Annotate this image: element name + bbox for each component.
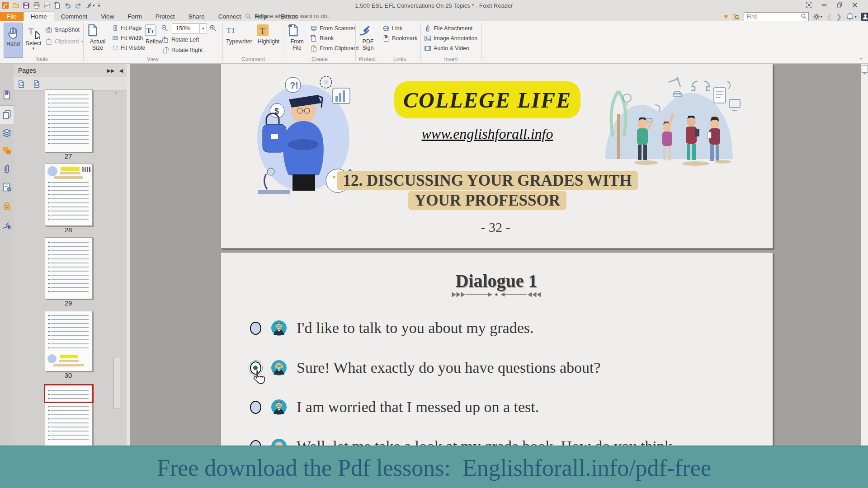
zoom-in-icon[interactable] [209, 24, 217, 32]
students-group-illustration [601, 73, 742, 168]
tab-form[interactable]: Form [121, 12, 149, 21]
favorites-heart-icon[interactable]: ♥ [724, 13, 728, 20]
account-avatar[interactable]: ▾ [861, 13, 868, 21]
sidebar-scroll-up-icon[interactable]: ⌃ [114, 91, 118, 97]
signature-panel-icon[interactable] [2, 219, 12, 231]
group-label-links: Links [379, 56, 420, 62]
comments-panel-icon[interactable] [2, 145, 12, 157]
file-attachment-button[interactable]: File Attachment [424, 25, 472, 32]
from-file-button[interactable]: From File [287, 23, 307, 51]
fit-width-button[interactable]: Fit Width [112, 35, 143, 41]
attachments-panel-icon[interactable] [2, 163, 12, 175]
digital-signatures-panel-icon[interactable] [2, 181, 12, 193]
svg-text:T: T [151, 28, 155, 34]
actual-size-button[interactable]: Actual Size [86, 23, 109, 51]
film-icon [424, 45, 431, 52]
tell-me-box[interactable]: Tell me what you want to do.. [245, 13, 330, 19]
zoom-dropdown-icon[interactable]: ▾ [199, 24, 207, 33]
group-label-create: Create [284, 56, 355, 62]
document-scrollbar-thumb[interactable] [862, 65, 868, 73]
group-label-insert: Insert [420, 56, 481, 62]
forward-icon[interactable]: ❯ [836, 13, 842, 21]
image-icon [424, 35, 431, 42]
pages-panel-icon[interactable] [0, 105, 14, 124]
scroll-up-icon[interactable]: ⌃ [861, 72, 868, 78]
group-divider [284, 23, 284, 61]
reduce-thumbnails-icon[interactable] [33, 80, 41, 88]
fit-visible-button[interactable]: Fit Visible [112, 45, 145, 51]
zoom-out-icon[interactable] [161, 24, 168, 32]
find-input[interactable] [744, 12, 809, 21]
page-thumbnail-28[interactable] [45, 164, 93, 226]
restore-icon[interactable] [836, 2, 843, 8]
enlarge-thumbnails-icon[interactable] [17, 80, 25, 88]
from-scanner-button[interactable]: From Scanner [310, 25, 355, 32]
panel-splitter[interactable] [127, 64, 130, 446]
find-field-wrap [744, 12, 809, 21]
select-tool-button[interactable]: T Select ▾ [24, 23, 43, 60]
pdf-sign-icon [358, 23, 378, 37]
find-search-icon[interactable] [801, 13, 807, 19]
tab-view[interactable]: View [94, 12, 121, 21]
pdf-sign-button[interactable]: PDF Sign [358, 23, 378, 51]
paperclip-icon [424, 25, 431, 32]
collapse-ribbon-icon[interactable]: ⌃ [857, 57, 865, 63]
dialogue-row: Sure! What exactly do you have questions… [250, 357, 601, 379]
layers-panel-icon[interactable] [2, 127, 12, 139]
tab-file[interactable]: File [0, 12, 24, 21]
fit-width-icon [112, 35, 118, 41]
blank-button[interactable]: Blank [310, 35, 334, 42]
snapshot-button[interactable]: SnapShot [45, 26, 80, 33]
rotate-left-button[interactable]: Rotate Left [162, 36, 199, 43]
link-globe-icon [382, 25, 390, 32]
tab-protect[interactable]: Protect [149, 12, 182, 21]
play-radio-button[interactable] [250, 401, 261, 414]
close-icon[interactable] [852, 2, 858, 8]
group-divider [222, 23, 223, 61]
title-bar: ▾ ▾ 1,500 ESL-EFL Conversations On 25 To… [0, 0, 868, 12]
audio-video-button[interactable]: Audio & Video [424, 45, 469, 52]
expand-panel-icon[interactable]: ▶▶ [107, 68, 115, 74]
hand-tool-button[interactable]: Hand [4, 23, 23, 58]
collapse-panel-icon[interactable]: ◀ [119, 68, 123, 74]
website-link[interactable]: www.englishforall.info [394, 126, 580, 142]
mouse-cursor-hand [251, 370, 265, 385]
select-icon: T [27, 25, 40, 39]
tab-share[interactable]: Share [182, 12, 212, 21]
fit-page-icon [112, 25, 118, 31]
document-scrollbar[interactable] [861, 64, 868, 446]
from-clipboard-button[interactable]: From Clipboard [310, 45, 359, 52]
settings-gear-icon[interactable]: ▾ [813, 13, 823, 20]
svg-text:?!: ?! [290, 80, 298, 90]
play-radio-button[interactable] [250, 322, 261, 335]
image-annotation-button[interactable]: Image Annotation [424, 35, 477, 42]
fit-page-button[interactable]: Fit Page [112, 25, 142, 31]
page-thumbnail-29[interactable] [45, 237, 93, 299]
bookmarks-panel-icon[interactable] [2, 89, 12, 101]
clipboard-button[interactable]: Clipboard▾ [45, 38, 83, 45]
tab-home[interactable]: Home [24, 11, 54, 21]
group-divider [83, 23, 84, 61]
back-icon[interactable]: ❮ [826, 13, 832, 21]
ribbon: Hand T Select ▾ SnapShot Clipboard▾ Tool… [0, 21, 868, 64]
folder-search-icon[interactable] [732, 13, 740, 20]
page-thumbnail-30[interactable] [45, 311, 93, 371]
student-avatar [271, 320, 287, 336]
zoom-level-combobox[interactable]: 150% ▾ [172, 23, 207, 33]
minimize-icon[interactable] [821, 2, 827, 8]
link-button[interactable]: Link [382, 25, 402, 32]
tab-comment[interactable]: Comment [54, 12, 94, 21]
sidebar-scrollbar-thumb[interactable] [113, 357, 120, 408]
dialogue-text: I'd like to talk to you about my grades. [297, 319, 534, 337]
highlight-button[interactable]: T Highlight [256, 23, 281, 45]
bookmark-button[interactable]: Bookmark [382, 35, 417, 42]
typewriter-button[interactable]: TI Typewriter [225, 23, 253, 45]
thumbnail-list: 27 28 29 30 [14, 89, 127, 446]
thumbnail-number: 27 [45, 152, 92, 160]
rotate-right-button[interactable]: Rotate Right [162, 47, 203, 54]
notifications-bell-icon[interactable]: ▾ [846, 13, 857, 21]
security-panel-icon[interactable] [2, 200, 12, 212]
toggle-ribbon-icon[interactable] [806, 2, 812, 8]
page-thumbnail-27[interactable] [45, 89, 93, 152]
tab-connect[interactable]: Connect [212, 12, 248, 21]
